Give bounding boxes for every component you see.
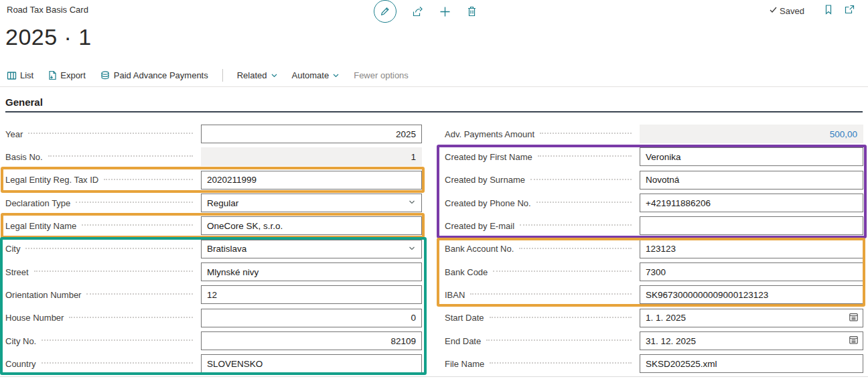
created-by-first-name-label: Created by First Name — [445, 152, 532, 162]
city-label: City — [5, 244, 20, 254]
street-input[interactable]: Mlynské nivy — [201, 262, 422, 281]
iban-label: IBAN — [445, 290, 465, 300]
house-number-input[interactable]: 0 — [201, 309, 422, 327]
dotted-leader — [530, 179, 632, 180]
form-left-column: Year 2025 Basis No. 1 Legal Entity Reg. … — [5, 123, 422, 376]
page-title: 2025 · 1 — [5, 24, 92, 50]
end-date-input[interactable]: 31. 12. 2025 — [640, 331, 863, 350]
bank-account-no-input[interactable]: 123123 — [640, 240, 863, 258]
field-row-adv-payments-amount: Adv. Payments Amount 500,00 — [445, 123, 863, 145]
field-row-created-by-phone-no: Created by Phone No. +421911886206 — [445, 192, 863, 214]
calendar-icon[interactable] — [849, 335, 859, 347]
iban-input[interactable]: SK9673000000009000123123 — [640, 285, 863, 304]
section-underline — [5, 111, 863, 112]
share-button[interactable] — [411, 5, 424, 18]
related-label: Related — [237, 70, 267, 80]
dotted-leader — [490, 317, 632, 318]
related-menu[interactable]: Related — [237, 70, 278, 80]
dotted-leader — [104, 179, 193, 180]
orientation-number-input[interactable]: 12 — [201, 285, 422, 304]
new-button[interactable] — [439, 5, 451, 18]
export-button[interactable]: Export — [48, 70, 86, 80]
dotted-leader — [48, 155, 193, 157]
created-by-surname-label: Created by Surname — [445, 175, 525, 185]
dotted-leader — [490, 362, 632, 364]
bookmark-icon — [824, 6, 833, 17]
field-row-iban: IBAN SK9673000000009000123123 — [445, 283, 863, 306]
form-right-column: Adv. Payments Amount 500,00 Created by F… — [445, 123, 863, 376]
year-input[interactable]: 2025 — [201, 125, 422, 143]
field-row-country: Country SLOVENSKO — [5, 352, 422, 375]
dotted-leader — [470, 293, 632, 295]
delete-button[interactable] — [466, 5, 478, 17]
chevron-down-icon[interactable] — [408, 198, 416, 208]
dotted-leader — [25, 248, 193, 249]
chevron-down-icon — [271, 72, 278, 79]
house-number-label: House Number — [5, 313, 64, 323]
field-row-end-date: End Date 31. 12. 2025 — [445, 329, 863, 352]
dotted-leader — [536, 202, 632, 203]
start-date-input[interactable]: 1. 1. 2025 — [640, 309, 863, 327]
street-label: Street — [5, 267, 29, 277]
save-status: Saved — [769, 5, 804, 16]
declaration-type-label: Declaration Type — [5, 198, 70, 208]
automate-label: Automate — [292, 70, 330, 80]
file-name-input[interactable]: SKSD202525.xml — [640, 354, 863, 373]
basis-no-label: Basis No. — [5, 152, 43, 162]
paid-advance-payments-button[interactable]: Paid Advance Payments — [100, 70, 208, 80]
save-status-label: Saved — [780, 6, 804, 16]
general-section-title[interactable]: General — [5, 96, 43, 108]
field-row-street: Street Mlynské nivy — [5, 260, 422, 283]
field-row-declaration-type: Declaration Type Regular — [5, 192, 422, 214]
country-input[interactable]: SLOVENSKO — [201, 354, 422, 373]
adv-payments-amount-field[interactable]: 500,00 — [640, 125, 863, 143]
chevron-down-icon — [332, 72, 340, 79]
file-name-label: File Name — [445, 359, 484, 369]
dotted-leader — [486, 339, 632, 341]
field-row-city-no: City No. 82109 — [5, 329, 422, 352]
calendar-icon[interactable] — [849, 312, 859, 324]
fewer-options-label: Fewer options — [354, 70, 409, 80]
city-select[interactable]: Bratislava — [201, 240, 422, 258]
field-row-legal-entity-reg-tax-id: Legal Entity Reg. Tax ID 2020211999 — [5, 169, 422, 192]
toolbar-separator — [222, 69, 223, 82]
start-date-label: Start Date — [445, 313, 484, 323]
dotted-leader — [540, 133, 632, 134]
created-by-phone-no-label: Created by Phone No. — [445, 198, 531, 208]
created-by-surname-input[interactable]: Novotná — [640, 171, 863, 190]
field-row-file-name: File Name SKSD202525.xml — [445, 352, 863, 375]
automate-menu[interactable]: Automate — [292, 70, 340, 80]
declaration-type-select[interactable]: Regular — [201, 194, 422, 212]
created-by-first-name-input[interactable]: Veronika — [640, 147, 863, 166]
orientation-number-label: Orientation Number — [5, 290, 81, 300]
list-button[interactable]: List — [7, 70, 33, 80]
fewer-options-button[interactable]: Fewer options — [354, 70, 409, 80]
export-file-icon — [48, 70, 57, 80]
field-row-basis-no: Basis No. 1 — [5, 145, 422, 168]
dotted-leader — [520, 224, 632, 226]
edit-button[interactable] — [374, 0, 396, 23]
pencil-icon — [380, 6, 390, 17]
field-row-house-number: House Number 0 — [5, 307, 422, 329]
trash-icon — [466, 5, 478, 17]
city-no-input[interactable]: 82109 — [201, 331, 422, 350]
field-row-legal-entity-name: Legal Entity Name OneCore SK, s.r.o. — [5, 214, 422, 237]
legal-entity-reg-tax-id-input[interactable]: 2020211999 — [201, 171, 422, 190]
bank-code-input[interactable]: 7300 — [640, 262, 863, 281]
dotted-leader — [42, 362, 193, 364]
dotted-leader — [493, 271, 632, 272]
legal-entity-name-input[interactable]: OneCore SK, s.r.o. — [201, 216, 422, 235]
chevron-down-icon[interactable] — [408, 244, 416, 254]
created-by-phone-no-input[interactable]: +421911886206 — [640, 194, 863, 212]
dotted-leader — [519, 248, 632, 249]
paid-advance-payments-label: Paid Advance Payments — [114, 70, 208, 80]
field-row-city: City Bratislava — [5, 238, 422, 260]
field-row-created-by-surname: Created by Surname Novotná — [445, 169, 863, 192]
bookmark-button[interactable] — [824, 4, 833, 18]
dotted-leader — [538, 155, 632, 157]
legal-entity-reg-tax-id-label: Legal Entity Reg. Tax ID — [5, 175, 98, 185]
created-by-email-input[interactable] — [640, 216, 863, 235]
field-row-year: Year 2025 — [5, 123, 422, 145]
field-row-created-by-first-name: Created by First Name Veronika — [445, 145, 863, 168]
popout-button[interactable] — [844, 5, 855, 17]
